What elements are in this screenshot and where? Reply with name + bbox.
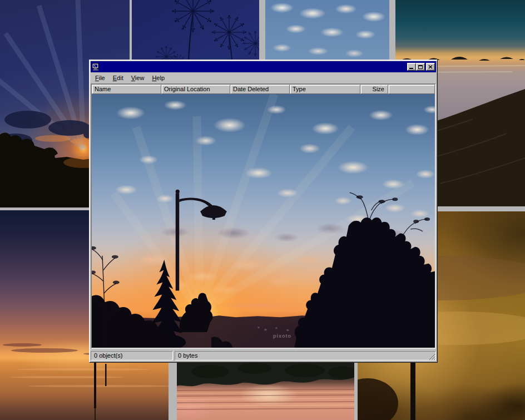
status-objects: 0 object(s) bbox=[91, 351, 173, 360]
menu-help[interactable]: Help bbox=[148, 73, 169, 82]
sunset-lamp-photo: pixoto bbox=[92, 94, 435, 348]
recycle-bin-window: File Edit View Help Name Original Locati… bbox=[89, 60, 438, 363]
maximize-button[interactable] bbox=[416, 63, 425, 71]
menu-bar: File Edit View Help bbox=[91, 72, 436, 83]
close-icon bbox=[428, 65, 433, 69]
desktop-photo-water-reflection bbox=[177, 358, 354, 420]
column-header-type[interactable]: Type bbox=[290, 85, 360, 94]
menu-view[interactable]: View bbox=[127, 73, 148, 82]
menu-file[interactable]: File bbox=[91, 73, 109, 82]
computer-icon[interactable] bbox=[92, 63, 100, 71]
minimize-button[interactable] bbox=[407, 63, 416, 71]
column-header-original-location[interactable]: Original Location bbox=[161, 85, 230, 94]
column-header-filler bbox=[388, 85, 435, 94]
photo-watermark: pixoto bbox=[273, 333, 291, 339]
column-header-size[interactable]: Size bbox=[360, 85, 388, 94]
column-header-name[interactable]: Name bbox=[92, 85, 161, 94]
maximize-icon bbox=[418, 65, 423, 69]
photo-silhouettes bbox=[92, 94, 435, 348]
column-header-row: Name Original Location Date Deleted Type… bbox=[92, 85, 435, 94]
minimize-icon bbox=[409, 68, 413, 69]
close-button[interactable] bbox=[426, 63, 435, 71]
title-bar[interactable] bbox=[91, 61, 436, 72]
list-view[interactable]: Name Original Location Date Deleted Type… bbox=[91, 83, 436, 349]
list-view-content[interactable]: pixoto bbox=[92, 94, 435, 348]
status-bytes: 0 bytes bbox=[175, 351, 436, 360]
resize-grip[interactable] bbox=[428, 353, 435, 360]
status-bar: 0 object(s) 0 bytes bbox=[91, 349, 436, 361]
column-header-date-deleted[interactable]: Date Deleted bbox=[230, 85, 290, 94]
desktop: { "window": { "title": "", "menu": { "it… bbox=[0, 0, 525, 420]
menu-edit[interactable]: Edit bbox=[109, 73, 127, 82]
